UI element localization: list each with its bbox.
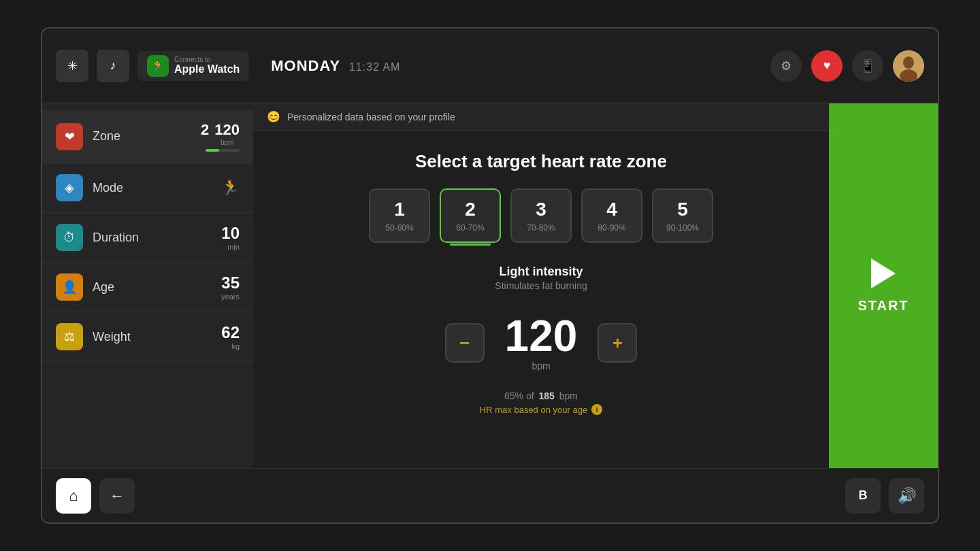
bottom-bar: ⌂ ← B 🔊 [42,468,938,522]
weight-icon: ⚖ [56,323,83,350]
home-button[interactable]: ⌂ [56,478,91,514]
zone-btn-1[interactable]: 1 50-60% [369,188,430,243]
sidebar-item-mode[interactable]: ◈ Mode 🏃 [42,163,253,213]
day-time: MONDAY 11:32 AM [271,57,400,75]
volume-icon: 🔊 [898,487,916,505]
home-icon: ⌂ [69,487,78,505]
zone-btn-3[interactable]: 3 70-80% [510,188,572,243]
bottom-right: B 🔊 [845,478,924,514]
age-icon: 👤 [56,273,83,301]
hr-max-info[interactable]: HR max based on your age i [480,404,602,415]
bpm-info-block: 65% of 185 bpm HR max based on your age … [480,388,602,415]
intensity-block: Light intensity Stimulates fat burning [495,265,587,291]
zone-btn-4-number: 4 [606,199,617,220]
start-label: START [858,298,909,314]
music-button[interactable]: ♪ [97,50,129,82]
settings-button[interactable]: ⚙ [770,50,802,82]
duration-label: Duration [93,231,212,245]
zone-number: 2 [201,121,209,139]
app-window: ✳ ♪ 🏃 Connects to Apple Watch MONDAY 11:… [41,27,939,524]
mode-icon: ◈ [56,174,83,201]
age-unit: years [221,293,240,301]
info-text: Personalized data based on your profile [287,112,455,122]
bpm-increase-button[interactable]: + [598,323,637,363]
weight-value: 62 kg [221,323,240,350]
back-button[interactable]: ← [99,478,135,514]
fan-button[interactable]: ✳ [56,50,88,82]
zone-btn-3-number: 3 [536,199,546,220]
svg-point-1 [903,56,914,69]
connects-to-label: Connects to [174,56,240,63]
zone-btn-1-percent: 50-60% [385,223,413,233]
weight-number: 62 [221,323,240,342]
info-bar: 😊 Personalized data based on your profil… [253,103,829,131]
apple-watch-text: Connects to Apple Watch [174,56,240,76]
age-number: 35 [221,273,240,293]
top-bar-left: ✳ ♪ 🏃 Connects to Apple Watch MONDAY 11:… [56,50,770,82]
age-value: 35 years [221,273,240,301]
day-label: MONDAY 11:32 AM [271,57,400,75]
fan-icon: ✳ [67,59,78,73]
zone-bpm-row: 2 120 bpm [201,121,240,146]
duration-number: 10 [221,224,240,243]
avatar-icon [893,50,924,82]
zone-btn-5-number: 5 [677,199,688,220]
plus-icon: + [612,333,623,354]
zone-label: Zone [93,129,191,144]
top-bar: ✳ ♪ 🏃 Connects to Apple Watch MONDAY 11:… [42,29,938,103]
back-icon: ← [110,487,125,505]
sidebar-item-age[interactable]: 👤 Age 35 years [42,263,253,312]
zone-bpm-text: 120 bpm [214,121,240,146]
select-title: Select a target heart rate zone [415,151,667,172]
bpm-display: 120 bpm [505,314,578,371]
bluetooth-icon: B [859,488,868,503]
bpm-percentage-text: 65% of 185 bpm [480,390,602,401]
bluetooth-button[interactable]: B [845,478,881,514]
zone-btn-2-percent: 60-70% [456,223,484,233]
sidebar-item-weight[interactable]: ⚖ Weight 62 kg [42,312,253,362]
weight-label: Weight [93,330,212,344]
sidebar-item-zone[interactable]: ❤ Zone 2 120 bpm [42,110,253,163]
avatar-button[interactable] [893,50,924,82]
top-bar-right: ⚙ ♥ 📱 [770,50,924,82]
zone-btn-5-percent: 90-100% [666,223,699,233]
age-label: Age [93,280,212,295]
minus-icon: − [459,333,470,354]
volume-button[interactable]: 🔊 [889,478,924,514]
zone-btn-4-percent: 80-90% [598,223,625,233]
watch-icon: 🏃 [147,55,169,77]
content-main: Select a target heart rate zone 1 50-60%… [253,131,829,468]
zone-bar-fill [206,149,219,152]
zone-btn-5[interactable]: 5 90-100% [652,188,713,243]
mode-run-icon: 🏃 [221,179,240,197]
content-area: 😊 Personalized data based on your profil… [253,103,829,468]
duration-value: 10 min [221,224,240,251]
zone-btn-4[interactable]: 4 80-90% [581,188,642,243]
duration-icon: ⏱ [56,224,83,251]
bpm-value: 120 [505,314,578,358]
sidebar: ❤ Zone 2 120 bpm [42,103,253,468]
zone-btn-1-number: 1 [394,199,405,220]
intensity-label: Light intensity [495,265,587,279]
heart-button[interactable]: ♥ [811,50,843,82]
intensity-desc: Stimulates fat burning [495,280,587,291]
bpm-decrease-button[interactable]: − [445,323,485,363]
apple-watch-badge[interactable]: 🏃 Connects to Apple Watch [137,51,249,81]
main-area: ❤ Zone 2 120 bpm [42,103,938,468]
bpm-control: − 120 bpm + [445,314,638,371]
apple-watch-label: Apple Watch [174,63,240,76]
music-icon: ♪ [110,59,116,73]
hr-max-text: HR max based on your age [480,405,587,415]
info-icon: 😊 [267,110,280,123]
settings-icon: ⚙ [781,59,791,73]
bottom-left: ⌂ ← [56,478,135,514]
start-panel[interactable]: START [829,103,938,468]
phone-button[interactable]: 📱 [852,50,883,82]
phone-icon: 📱 [860,59,875,73]
zone-btn-2[interactable]: 2 60-70% [440,188,501,243]
heart-icon: ♥ [823,59,831,73]
bpm-unit: bpm [532,361,550,371]
zone-buttons: 1 50-60% 2 60-70% 3 70-80% 4 80-90% [369,188,713,243]
sidebar-item-duration[interactable]: ⏱ Duration 10 min [42,213,253,263]
zone-btn-2-number: 2 [465,199,476,220]
